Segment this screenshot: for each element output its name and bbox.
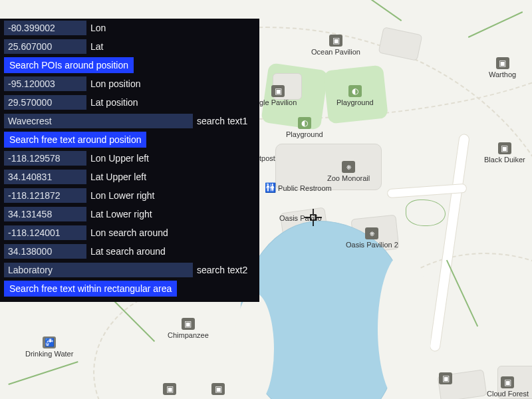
- poi-playground[interactable]: ◐ Playground: [286, 117, 323, 138]
- camera-icon: ▣: [439, 372, 452, 384]
- poi-jungle-pavilion[interactable]: ▣ gle Pavilion: [259, 85, 297, 106]
- poi-marker[interactable]: ▣: [163, 383, 176, 396]
- poi-public-restroom[interactable]: 🚻 Public Restroom: [265, 182, 332, 193]
- lat-input[interactable]: [4, 39, 86, 54]
- lat-position-row: Lat position: [0, 93, 259, 112]
- search-text2-row: search text2: [0, 261, 259, 279]
- field-label: Lon: [90, 23, 106, 33]
- lat-position-input[interactable]: [4, 95, 86, 110]
- lon-position-row: Lon position: [0, 74, 259, 93]
- info-icon: ⎈: [342, 161, 355, 173]
- camera-icon: ▣: [501, 376, 514, 388]
- lr-lat-row: Lat Lower right: [0, 205, 259, 223]
- poi-zoo-monorail[interactable]: ⎈ Zoo Monorail: [327, 161, 370, 182]
- lake-mask: [378, 253, 431, 399]
- poi-drinking-water[interactable]: 🚰 Drinking Water: [25, 336, 73, 358]
- search-pois-button[interactable]: Search POIs around position: [4, 57, 134, 73]
- lr-lon-input[interactable]: [4, 188, 86, 203]
- field-label: Lat search around: [90, 246, 166, 257]
- camera-icon: ▣: [271, 85, 285, 97]
- poi-label: gle Pavilion: [259, 98, 297, 106]
- poi-label: Chimpanzee: [168, 331, 209, 339]
- field-label: Lon Lower right: [90, 190, 155, 201]
- lr-lat-input[interactable]: [4, 207, 86, 221]
- poi-black-duiker[interactable]: ▣ Black Duiker: [484, 142, 525, 164]
- vegetation-line: [406, 200, 446, 226]
- ul-lon-row: Lon Upper left: [0, 149, 259, 168]
- field-label: Lon position: [90, 78, 141, 89]
- search-text1-row: search text1: [0, 112, 259, 130]
- search-text1-input[interactable]: [4, 114, 193, 128]
- camera-icon: ▣: [182, 318, 195, 330]
- info-icon: ⎈: [365, 227, 378, 239]
- poi-label: Cloud Forest: [487, 390, 529, 398]
- lake-mask: [234, 293, 274, 399]
- poi-ocean-pavilion[interactable]: ▣ Ocean Pavilion: [311, 35, 360, 56]
- camera-icon: ▣: [163, 383, 176, 395]
- field-label: Lon Upper left: [90, 153, 149, 164]
- camera-icon: ▣: [498, 142, 511, 154]
- poi-oasis-pavilion-2[interactable]: ⎈ Oasis Pavilion 2: [346, 227, 398, 249]
- field-label: search text1: [197, 116, 247, 126]
- sa-lon-row: Lon search around: [0, 223, 259, 242]
- poi-warthog[interactable]: ▣ Warthog: [489, 57, 516, 78]
- search-text2-input[interactable]: [4, 263, 193, 277]
- poi-chimpanzee[interactable]: ▣ Chimpanzee: [168, 318, 209, 339]
- poi-label: Ocean Pavilion: [311, 48, 360, 56]
- ul-lat-row: Lat Upper left: [0, 168, 259, 186]
- poi-label: Oasis Pavilio: [279, 214, 322, 222]
- sa-lat-input[interactable]: [4, 244, 86, 259]
- lon-row: Lon: [0, 19, 259, 37]
- sa-lat-row: Lat search around: [0, 242, 259, 261]
- poi-label: Black Duiker: [484, 156, 525, 164]
- poi-label: Warthog: [489, 70, 516, 78]
- poi-marker[interactable]: ▣: [211, 383, 225, 396]
- poi-label: tpost: [259, 154, 275, 162]
- poi-label: Playground: [336, 98, 374, 106]
- search-free-text-position-button[interactable]: Search free text around position: [4, 132, 146, 148]
- poi-marker[interactable]: ▣: [439, 372, 452, 386]
- field-label: search text2: [197, 265, 247, 275]
- poi-cloud-forest[interactable]: ▣ Cloud Forest: [487, 376, 529, 398]
- poi-oasis-pavilion[interactable]: Oasis Pavilio: [279, 214, 322, 222]
- camera-icon: ▣: [496, 57, 509, 69]
- poi-outpost[interactable]: tpost: [259, 154, 275, 162]
- poi-label: Public Restroom: [278, 184, 332, 192]
- field-label: Lon search around: [90, 227, 168, 238]
- lon-input[interactable]: [4, 21, 86, 35]
- field-label: Lat: [90, 41, 103, 52]
- search-panel: Lon Lat Search POIs around position Lon …: [0, 19, 259, 302]
- field-label: Lat position: [90, 97, 138, 108]
- search-free-text-rect-button[interactable]: Search free text within rectangular area: [4, 281, 177, 297]
- poi-label: Drinking Water: [25, 350, 73, 358]
- ul-lon-input[interactable]: [4, 151, 86, 166]
- sa-lon-input[interactable]: [4, 225, 86, 240]
- water-icon: 🚰: [43, 336, 56, 348]
- poi-playground[interactable]: ◐ Playground: [336, 85, 374, 106]
- poi-label: Oasis Pavilion 2: [346, 241, 398, 249]
- playground-icon: ◐: [298, 117, 311, 129]
- field-label: Lat Lower right: [90, 209, 152, 219]
- restroom-icon: 🚻: [265, 182, 276, 193]
- camera-icon: ▣: [329, 35, 342, 47]
- playground-icon: ◐: [348, 85, 362, 97]
- poi-label: Playground: [286, 130, 323, 138]
- lat-row: Lat: [0, 37, 259, 56]
- camera-icon: ▣: [211, 383, 225, 395]
- lon-position-input[interactable]: [4, 76, 86, 91]
- ul-lat-input[interactable]: [4, 170, 86, 184]
- field-label: Lat Upper left: [90, 172, 146, 182]
- poi-label: Zoo Monorail: [327, 174, 370, 182]
- lr-lon-row: Lon Lower right: [0, 186, 259, 205]
